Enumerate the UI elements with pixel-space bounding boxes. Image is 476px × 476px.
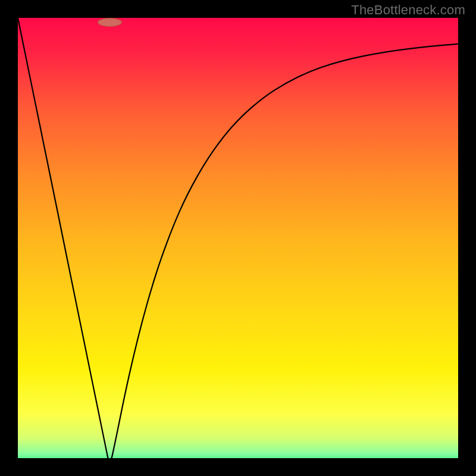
chart-container: { "watermark": "TheBottleneck.com", "cha…: [0, 0, 476, 476]
bottleneck-marker: [98, 18, 122, 27]
plot-background: [18, 18, 464, 467]
watermark-text: TheBottleneck.com: [351, 2, 465, 18]
chart-svg: [0, 0, 476, 476]
